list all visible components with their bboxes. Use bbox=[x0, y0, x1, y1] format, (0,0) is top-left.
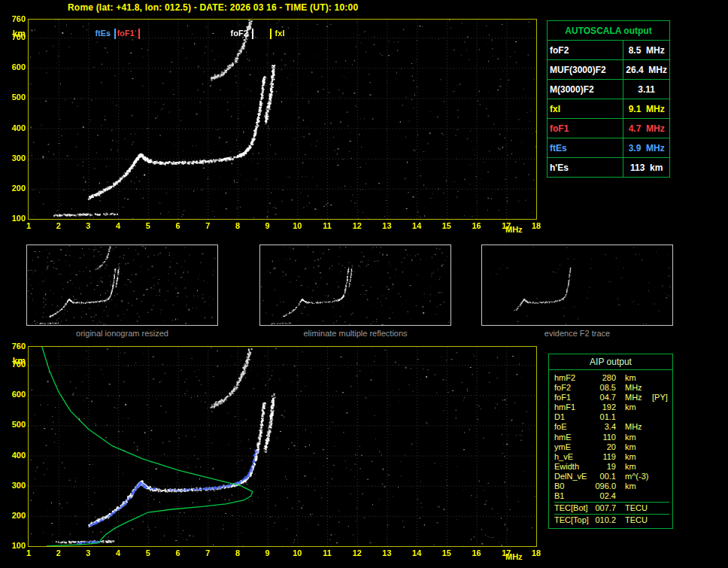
aip-extra bbox=[649, 422, 669, 432]
aip-label: hmF2 bbox=[554, 373, 593, 383]
aip-row: foF104.7MHz[PY] bbox=[554, 393, 669, 402]
profile-x-tick-label: 10 bbox=[290, 548, 305, 557]
main-x-tick-label: 7 bbox=[200, 221, 215, 230]
fof1-marker-label: foF1 bbox=[117, 29, 135, 38]
profile-y-tick-label: 100 bbox=[2, 541, 26, 550]
aip-row: DelN_vE00.1m^(-3) bbox=[554, 472, 669, 481]
aip-row: foE3.4MHz bbox=[554, 422, 669, 432]
profile-ionogram-canvas bbox=[29, 347, 536, 546]
aip-label: foE bbox=[554, 422, 593, 432]
autoscala-table-header-row: AUTOSCALA output bbox=[548, 21, 670, 41]
main-x-tick-label: 5 bbox=[141, 221, 156, 230]
aip-value: 280 bbox=[593, 373, 616, 383]
profile-y-tick-label: 760 bbox=[2, 342, 26, 351]
aip-unit: TECU bbox=[616, 503, 649, 513]
aip-rows-container: hmF2280kmfoF208.5MHzfoF104.7MHz[PY]hmF11… bbox=[549, 370, 672, 525]
autoscala-row: M(3000)F23.11 bbox=[548, 80, 670, 99]
aip-label: DelN_vE bbox=[554, 472, 593, 481]
thumbnail-multiple-reflections bbox=[259, 245, 451, 326]
thumbnail-f2-trace bbox=[481, 245, 673, 326]
aip-row: TEC[Top]010.2TECU bbox=[554, 514, 669, 525]
aip-value: 110 bbox=[593, 433, 616, 442]
aip-extra: [PY] bbox=[649, 393, 669, 402]
thumbnail-original-ionogram bbox=[26, 245, 218, 326]
autoscala-row-value: 9.1 MHz bbox=[623, 99, 670, 119]
autoscala-row-value: 3.11 bbox=[623, 80, 670, 99]
main-y-tick-label: 760 bbox=[2, 14, 26, 23]
aip-label: D1 bbox=[554, 412, 593, 422]
aip-extra bbox=[649, 472, 669, 481]
autoscala-row-value: 3.9 MHz bbox=[623, 138, 670, 158]
aip-row: B0096.0km bbox=[554, 481, 669, 491]
profile-y-tick-label: 700 bbox=[2, 360, 26, 369]
autoscala-row-label: foF2 bbox=[548, 41, 623, 60]
aip-extra bbox=[649, 462, 669, 472]
main-x-tick-label: 6 bbox=[171, 221, 186, 230]
aip-value: 00.1 bbox=[593, 472, 616, 481]
main-x-tick-label: 3 bbox=[80, 221, 96, 230]
main-x-tick-label: 16 bbox=[469, 221, 484, 230]
main-x-tick-label: 11 bbox=[320, 221, 335, 230]
autoscala-row: fxI9.1 MHz bbox=[548, 99, 670, 119]
profile-ionogram-plot bbox=[28, 346, 537, 547]
aip-extra bbox=[649, 433, 669, 442]
main-x-tick-label: 17 bbox=[499, 221, 514, 230]
autoscala-row-value: 26.4 MHz bbox=[623, 60, 670, 80]
profile-x-tick-label: 3 bbox=[80, 548, 96, 557]
aip-value: 01.1 bbox=[593, 412, 616, 422]
aip-row: B102.4 bbox=[554, 491, 669, 501]
aip-label: ymE bbox=[554, 442, 593, 452]
profile-x-tick-label: 7 bbox=[200, 548, 215, 557]
aip-unit: km bbox=[616, 462, 649, 472]
aip-extra bbox=[649, 402, 669, 412]
aip-extra bbox=[649, 515, 669, 525]
aip-value: 119 bbox=[593, 452, 616, 462]
aip-label: foF2 bbox=[554, 383, 593, 393]
aip-panel-title: AIP output bbox=[549, 354, 672, 370]
aip-row: Ewidth19km bbox=[554, 462, 669, 472]
profile-x-tick-label: 2 bbox=[51, 548, 66, 557]
frequency-marker-layer: ftEsfoF1foF2fxI bbox=[29, 20, 536, 219]
main-x-tick-label: 18 bbox=[529, 221, 544, 230]
profile-x-tick-label: 17 bbox=[499, 548, 514, 557]
profile-x-tick-label: 4 bbox=[111, 548, 126, 557]
aip-label: TEC[Bot] bbox=[554, 503, 593, 513]
profile-x-tick-label: 11 bbox=[320, 548, 335, 557]
aip-unit: km bbox=[616, 402, 649, 412]
aip-unit bbox=[616, 412, 649, 422]
aip-extra bbox=[649, 373, 669, 383]
profile-x-tick-label: 16 bbox=[469, 548, 484, 557]
autoscala-row-label: foF1 bbox=[548, 119, 623, 138]
main-y-tick-label: 500 bbox=[2, 93, 26, 102]
page-title: Rome (lat: +41.8, lon: 012.5) - DATE: 20… bbox=[68, 2, 358, 13]
autoscala-row: h'Es113 km bbox=[548, 158, 670, 178]
aip-extra bbox=[649, 491, 669, 501]
autoscala-row-label: MUF(3000)F2 bbox=[548, 60, 623, 80]
aip-value: 04.7 bbox=[593, 393, 616, 402]
aip-extra bbox=[649, 452, 669, 462]
aip-value: 096.0 bbox=[593, 481, 616, 491]
aip-unit bbox=[616, 491, 649, 501]
autoscala-row: foF28.5 MHz bbox=[548, 41, 670, 60]
aip-row: foF208.5MHz bbox=[554, 383, 669, 393]
aip-unit: MHz bbox=[616, 422, 649, 432]
aip-extra bbox=[649, 503, 669, 513]
main-y-tick-label: 300 bbox=[2, 153, 26, 163]
autoscala-row-label: M(3000)F2 bbox=[548, 80, 623, 99]
profile-y-tick-label: 300 bbox=[2, 481, 26, 490]
profile-x-tick-label: 6 bbox=[171, 548, 186, 557]
aip-value: 192 bbox=[593, 402, 616, 412]
main-x-tick-label: 8 bbox=[230, 221, 245, 230]
main-y-tick-label: 100 bbox=[2, 214, 26, 223]
aip-value: 010.2 bbox=[593, 515, 616, 525]
aip-row: hmE110km bbox=[554, 433, 669, 442]
aip-value: 007.7 bbox=[593, 503, 616, 513]
aip-unit: km bbox=[616, 442, 649, 452]
autoscala-row: MUF(3000)F226.4 MHz bbox=[548, 60, 670, 80]
aip-value: 08.5 bbox=[593, 383, 616, 393]
profile-x-tick-label: 8 bbox=[230, 548, 245, 557]
aip-label: hmF1 bbox=[554, 402, 593, 412]
main-y-tick-label: 200 bbox=[2, 184, 26, 193]
main-x-tick-label: 10 bbox=[290, 221, 305, 230]
autoscala-row-value: 8.5 MHz bbox=[623, 41, 670, 60]
